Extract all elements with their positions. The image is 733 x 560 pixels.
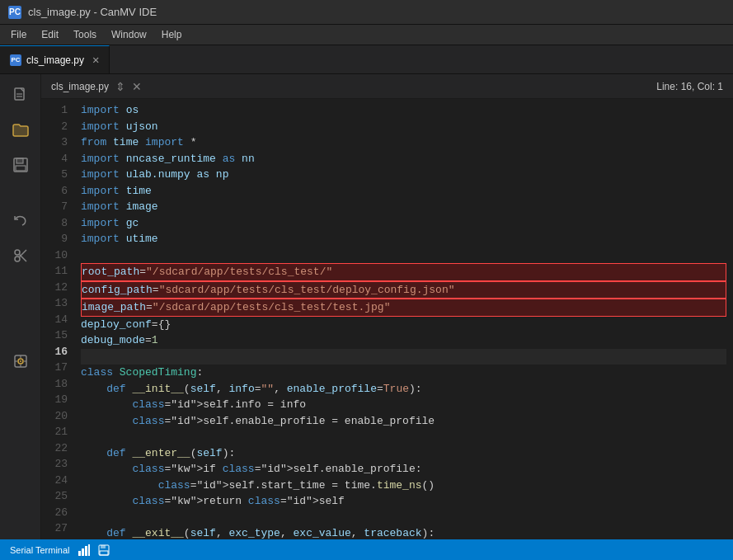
code-line-8: import gc	[81, 215, 726, 232]
code-line-5: import ulab.numpy as np	[81, 167, 726, 183]
code-line-18: def __init__(self, info="", enable_profi…	[81, 381, 726, 398]
line-number-26: 26	[41, 505, 68, 521]
menu-tools[interactable]: Tools	[67, 27, 103, 42]
svg-point-12	[20, 360, 21, 362]
code-line-9: import utime	[81, 231, 726, 247]
code-line-22: def __enter__(self):	[81, 445, 726, 462]
line-number-25: 25	[41, 488, 68, 505]
menu-edit[interactable]: Edit	[35, 27, 65, 42]
line-number-11: 11	[41, 263, 68, 280]
svg-point-7	[15, 256, 20, 261]
line-number-21: 21	[41, 424, 68, 440]
menu-file[interactable]: File	[4, 27, 33, 42]
code-line-3: from time import *	[81, 134, 726, 151]
code-line-21	[81, 429, 726, 445]
line-number-16: 16	[41, 344, 68, 360]
code-line-15: debug_mode=1	[81, 332, 726, 349]
line-number-18: 18	[41, 376, 68, 393]
tab-bar: PC cls_image.py ✕	[0, 45, 733, 74]
editor-position: Line: 16, Col: 1	[656, 81, 723, 92]
code-line-4: import nncase_runtime as nn	[81, 151, 726, 167]
editor-split-button[interactable]: ⇕	[115, 80, 125, 93]
code-line-1: import os	[81, 102, 726, 119]
line-number-15: 15	[41, 327, 68, 344]
editor-close-button[interactable]: ✕	[132, 80, 142, 93]
sidebar-spacer2	[6, 275, 35, 341]
sidebar-spacer	[6, 185, 35, 201]
status-bar: Serial Terminal	[0, 539, 733, 560]
line-number-13: 13	[41, 295, 68, 312]
code-line-23: class="kw">if class="id">self.enable_pro…	[81, 461, 726, 478]
title-text: cls_image.py - CanMV IDE	[28, 6, 157, 18]
line-number-2: 2	[41, 119, 68, 135]
line-number-3: 3	[41, 134, 68, 151]
editor-container: cls_image.py ⇕ ✕ Line: 16, Col: 1 123456…	[41, 74, 733, 539]
main-area: cls_image.py ⇕ ✕ Line: 16, Col: 1 123456…	[0, 74, 733, 539]
line-number-28: 28	[41, 537, 68, 540]
line-number-9: 9	[41, 231, 68, 247]
tab-cls-image[interactable]: PC cls_image.py ✕	[0, 45, 110, 73]
sidebar-open-folder-icon[interactable]	[6, 115, 35, 145]
code-line-14: deploy_conf={}	[81, 317, 726, 333]
line-number-20: 20	[41, 408, 68, 425]
code-line-25: class="kw">return class="id">self	[81, 493, 726, 510]
editor-header-left: cls_image.py ⇕ ✕	[51, 80, 142, 93]
code-line-19: class="id">self.info = info	[81, 397, 726, 413]
line-number-22: 22	[41, 440, 68, 457]
line-number-14: 14	[41, 312, 68, 328]
code-line-7: import image	[81, 199, 726, 215]
code-line-26	[81, 510, 726, 526]
app-icon: PC	[8, 6, 21, 19]
line-number-10: 10	[41, 247, 68, 264]
svg-rect-18	[82, 548, 84, 556]
code-content[interactable]: import osimport ujsonfrom time import *i…	[74, 99, 733, 539]
menu-window[interactable]: Window	[105, 27, 153, 42]
line-number-6: 6	[41, 183, 68, 200]
svg-rect-22	[101, 545, 106, 548]
editor-filename: cls_image.py	[51, 81, 109, 92]
code-line-2: import ujson	[81, 119, 726, 135]
menu-bar: File Edit Tools Window Help	[0, 25, 733, 45]
sidebar-new-file-icon[interactable]	[6, 81, 35, 111]
svg-rect-20	[88, 544, 90, 556]
tab-close-button[interactable]: ✕	[92, 53, 99, 67]
status-save-icon[interactable]	[98, 544, 110, 556]
code-line-24: class="id">self.start_time = time.time_n…	[81, 478, 726, 494]
code-line-11: root_path="/sdcard/app/tests/cls_test/"	[81, 263, 726, 281]
line-number-23: 23	[41, 456, 68, 473]
line-number-17: 17	[41, 360, 68, 376]
svg-rect-23	[100, 551, 108, 555]
sidebar	[0, 74, 41, 539]
sidebar-scissors-icon[interactable]	[6, 241, 35, 271]
svg-rect-5	[16, 166, 26, 171]
sidebar-save-icon[interactable]	[6, 150, 35, 180]
tab-file-icon: PC	[10, 54, 21, 66]
svg-line-9	[19, 250, 26, 257]
code-line-27: def __exit__(self, exc_type, exc_value, …	[81, 525, 726, 539]
line-number-19: 19	[41, 392, 68, 408]
serial-terminal-label[interactable]: Serial Terminal	[10, 545, 70, 555]
code-line-16	[81, 349, 726, 365]
code-line-13: image_path="/sdcard/app/tests/cls_test/t…	[81, 299, 726, 317]
sidebar-undo-icon[interactable]	[6, 206, 35, 236]
menu-help[interactable]: Help	[155, 27, 189, 42]
line-number-7: 7	[41, 199, 68, 215]
status-signal-icon	[78, 544, 90, 556]
code-editor[interactable]: 1234567891011121314151617181920212223242…	[41, 99, 733, 539]
code-line-10	[81, 247, 726, 264]
sidebar-device-icon[interactable]	[6, 346, 35, 376]
serial-terminal-text: Serial Terminal	[10, 545, 70, 555]
line-numbers: 1234567891011121314151617181920212223242…	[41, 99, 74, 539]
line-number-5: 5	[41, 167, 68, 183]
code-line-6: import time	[81, 183, 726, 200]
line-number-24: 24	[41, 473, 68, 489]
svg-rect-17	[78, 551, 81, 556]
svg-rect-19	[85, 546, 87, 556]
code-line-17: class ScopedTiming:	[81, 365, 726, 381]
title-bar: PC cls_image.py - CanMV IDE	[0, 0, 733, 25]
line-number-4: 4	[41, 151, 68, 167]
line-number-12: 12	[41, 280, 68, 296]
line-number-8: 8	[41, 215, 68, 232]
tab-label: cls_image.py	[26, 54, 84, 66]
code-line-12: config_path="sdcard/app/tests/cls_test/d…	[81, 281, 726, 299]
